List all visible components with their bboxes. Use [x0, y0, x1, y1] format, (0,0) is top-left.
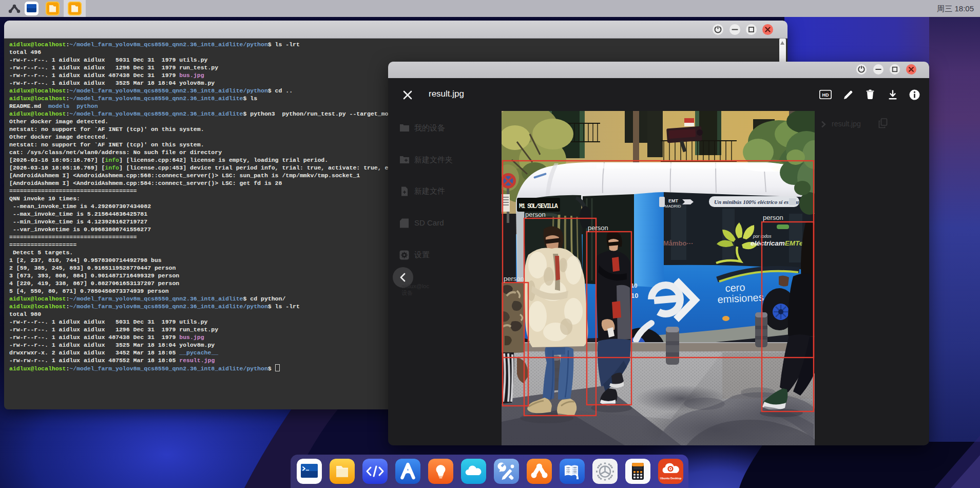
- svg-text:Ubuntu Desktop: Ubuntu Desktop: [660, 477, 682, 480]
- svg-text:eléctricamEMTe: eléctricamEMTe: [751, 239, 803, 247]
- svg-text:person: person: [763, 214, 783, 221]
- svg-text:Måmbo···: Måmbo···: [663, 239, 694, 247]
- svg-text:M1 SOL/SEVILLA: M1 SOL/SEVILLA: [519, 203, 559, 210]
- svg-text:person: person: [525, 211, 546, 218]
- svg-text:person: person: [588, 224, 608, 232]
- svg-text:emisiones: emisiones: [717, 291, 764, 305]
- svg-text:EMT: EMT: [668, 198, 679, 203]
- svg-text:MADRID: MADRID: [665, 204, 681, 209]
- svg-text:Un minibús 100% eléctrico sí e: Un minibús 100% eléctrico sí es plan: [714, 199, 800, 205]
- svg-text:HD: HD: [822, 92, 829, 98]
- svg-text:person: person: [504, 275, 524, 283]
- svg-text:cero: cero: [725, 281, 745, 294]
